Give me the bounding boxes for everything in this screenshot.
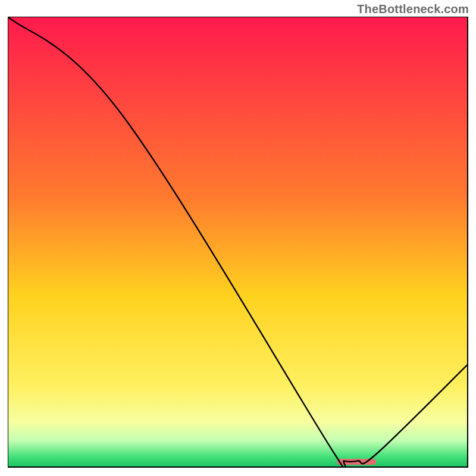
plot-area <box>8 17 468 468</box>
watermark-label: TheBottleneck.com <box>357 2 469 16</box>
chart-svg <box>8 17 468 468</box>
chart-stage: TheBottleneck.com <box>0 0 476 476</box>
chart-background <box>8 17 468 468</box>
